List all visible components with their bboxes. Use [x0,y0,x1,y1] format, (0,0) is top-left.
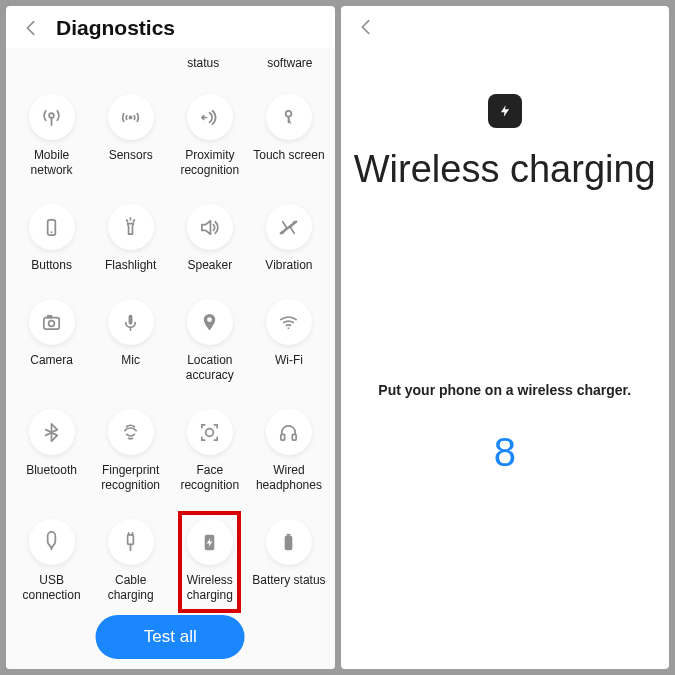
camera-icon [29,299,75,345]
diag-item-speaker[interactable]: Speaker [170,194,249,289]
highlight-box [178,511,241,613]
diag-item-label: Mic [121,353,140,368]
back-icon[interactable] [355,16,377,38]
location-icon [187,299,233,345]
diag-item-label: Buttons [31,258,72,273]
usb-icon [29,519,75,565]
flashlight-icon [108,204,154,250]
diag-item-label: Location accuracy [172,353,247,383]
diag-item-label: Flashlight [105,258,156,273]
test-all-button[interactable]: Test all [96,615,245,659]
face-icon [187,409,233,455]
wc-countdown: 8 [494,430,516,475]
diag-item-wifi[interactable]: Wi-Fi [249,289,328,399]
diag-item-flashlight[interactable]: Flashlight [91,194,170,289]
wifi-icon [266,299,312,345]
wc-title: Wireless charging [354,148,656,192]
diag-item-wireless-charging[interactable]: Wireless charging [170,509,249,619]
vibration-icon [266,204,312,250]
svg-rect-13 [128,534,134,544]
diag-item-label: Face recognition [172,463,247,493]
back-icon[interactable] [20,17,42,39]
prev-row-labels: status software [6,48,335,84]
bluetooth-icon [29,409,75,455]
proximity-icon [187,94,233,140]
diag-item-label: Wired headphones [251,463,326,493]
wireless-charging-screen: Wireless charging Put your phone on a wi… [341,6,670,669]
svg-rect-15 [285,535,293,549]
cable-charging-icon [108,519,154,565]
svg-rect-7 [48,315,52,317]
diag-item-label: Fingerprint recognition [93,463,168,493]
diag-item-label: Touch screen [253,148,324,163]
buttons-icon [29,204,75,250]
headphones-icon [266,409,312,455]
svg-rect-12 [293,434,297,440]
diag-item-label: USB connection [14,573,89,603]
touch-icon [266,94,312,140]
wc-header [341,6,670,46]
diag-item-vibration[interactable]: Vibration [249,194,328,289]
diag-item-buttons[interactable]: Buttons [12,194,91,289]
diag-item-bluetooth[interactable]: Bluetooth [12,399,91,509]
svg-rect-16 [287,533,291,535]
diag-item-touch-screen[interactable]: Touch screen [249,84,328,194]
sublabel-software: software [267,56,312,70]
wc-instruction: Put your phone on a wireless charger. [378,382,631,398]
diag-item-label: Sensors [109,148,153,163]
diag-item-label: Bluetooth [26,463,77,478]
diagnostics-list[interactable]: status software Mobile networkSensorsPro… [6,48,335,669]
wc-body: Wireless charging Put your phone on a wi… [341,46,670,669]
mic-icon [108,299,154,345]
svg-rect-11 [281,434,285,440]
diag-item-cable-charging[interactable]: Cable charging [91,509,170,619]
diag-item-camera[interactable]: Camera [12,289,91,399]
diagnostics-screen: Diagnostics status software Mobile netwo… [6,6,335,669]
svg-point-2 [286,110,292,116]
diag-item-usb-connection[interactable]: USB connection [12,509,91,619]
diag-item-mic[interactable]: Mic [91,289,170,399]
sensors-icon [108,94,154,140]
diag-item-label: Camera [30,353,73,368]
diag-item-label: Battery status [252,573,325,588]
antenna-icon [29,94,75,140]
svg-point-1 [129,115,133,119]
diag-item-sensors[interactable]: Sensors [91,84,170,194]
diag-item-proximity[interactable]: Proximity recognition [170,84,249,194]
diag-item-label: Proximity recognition [172,148,247,178]
fingerprint-icon [108,409,154,455]
diag-item-label: Wi-Fi [275,353,303,368]
diag-item-face-recognition[interactable]: Face recognition [170,399,249,509]
diag-item-mobile-network[interactable]: Mobile network [12,84,91,194]
diag-item-wired-headphones[interactable]: Wired headphones [249,399,328,509]
diag-item-label: Speaker [187,258,232,273]
wireless-charging-icon [488,94,522,128]
page-title: Diagnostics [56,16,175,40]
svg-rect-5 [44,317,59,329]
diag-item-label: Cable charging [93,573,168,603]
svg-point-6 [49,320,55,326]
svg-point-9 [288,327,290,329]
diag-item-label: Vibration [265,258,312,273]
svg-rect-8 [129,314,133,324]
diagnostics-header: Diagnostics [6,6,335,48]
svg-point-10 [206,428,214,436]
speaker-icon [187,204,233,250]
diag-item-fingerprint[interactable]: Fingerprint recognition [91,399,170,509]
diag-item-label: Mobile network [14,148,89,178]
battery-icon [266,519,312,565]
diag-item-location-accuracy[interactable]: Location accuracy [170,289,249,399]
sublabel-status: status [187,56,219,70]
diag-item-battery-status[interactable]: Battery status [249,509,328,619]
svg-point-4 [51,231,53,233]
